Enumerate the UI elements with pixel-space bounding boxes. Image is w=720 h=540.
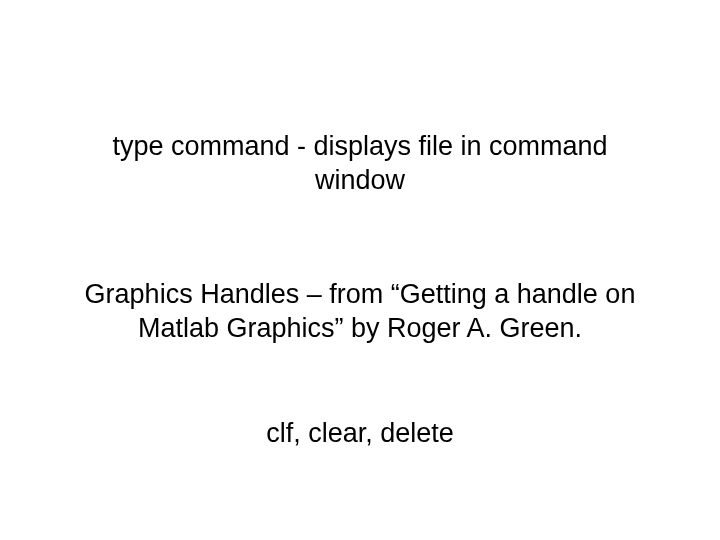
paragraph-graphics-handles: Graphics Handles – from “Getting a handl… [0, 278, 720, 346]
text-line: type command - displays file in command [0, 130, 720, 164]
text-line: Graphics Handles – from “Getting a handl… [0, 278, 720, 312]
text-line: window [0, 164, 720, 198]
paragraph-clf-clear-delete: clf, clear, delete [0, 417, 720, 451]
text-line: clf, clear, delete [0, 417, 720, 451]
paragraph-type-command: type command - displays file in command … [0, 130, 720, 198]
text-line: Matlab Graphics” by Roger A. Green. [0, 312, 720, 346]
slide: type command - displays file in command … [0, 0, 720, 540]
